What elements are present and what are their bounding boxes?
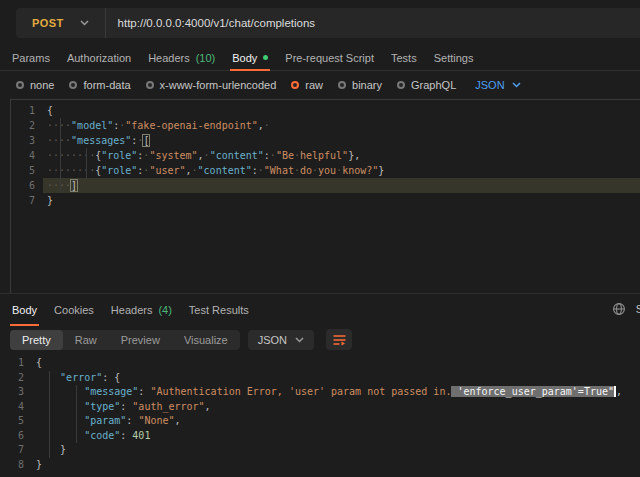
response-toolbar: Pretty Raw Preview Visualize JSON <box>0 325 640 354</box>
line-number: 4 <box>11 148 47 163</box>
view-mode-segmented-control: Pretty Raw Preview Visualize <box>10 330 240 350</box>
tab-tests[interactable]: Tests <box>389 45 419 70</box>
line-number: 1 <box>11 103 47 118</box>
headers-count: (10) <box>196 52 216 64</box>
line-number: 4 <box>0 400 36 415</box>
code-line[interactable]: 7} <box>11 193 640 208</box>
radio-icon <box>146 81 154 89</box>
code-line[interactable]: 5 "param": "None", <box>0 414 640 429</box>
line-number: 6 <box>11 178 47 193</box>
view-raw-button[interactable]: Raw <box>63 330 109 350</box>
body-type-form-data[interactable]: form-data <box>69 79 130 91</box>
chevron-down-icon <box>80 20 89 26</box>
status-label-clipped: S <box>636 303 640 315</box>
line-number: 2 <box>0 371 36 386</box>
body-modified-dot-icon <box>263 55 268 60</box>
radio-icon <box>69 81 77 89</box>
body-type-raw[interactable]: raw <box>291 79 323 91</box>
code-line[interactable]: 3····"messages":·[ <box>11 133 640 148</box>
request-url-row: POST http://0.0.0.0:4000/v1/chat/complet… <box>0 0 640 45</box>
active-tab-underline <box>10 324 39 326</box>
response-language-select[interactable]: JSON <box>248 330 314 350</box>
code-line[interactable]: 2 "error": { <box>0 371 640 386</box>
wrap-lines-icon <box>332 333 347 346</box>
view-visualize-button[interactable]: Visualize <box>172 330 240 350</box>
code-line[interactable]: 8} <box>0 458 640 473</box>
chevron-down-icon <box>295 337 304 343</box>
raw-language-select[interactable]: JSON <box>475 79 520 91</box>
response-tab-body[interactable]: Body <box>10 294 39 325</box>
line-number: 5 <box>11 163 47 178</box>
tab-pre-request-script[interactable]: Pre-request Script <box>283 45 376 70</box>
response-body-editor[interactable]: 1{2 "error": {3 "message": "Authenticati… <box>0 354 640 477</box>
line-number: 2 <box>11 118 47 133</box>
line-number: 3 <box>0 385 36 400</box>
response-section: Body Cookies Headers(4) Test Results S P… <box>0 293 640 477</box>
tab-params[interactable]: Params <box>10 45 52 70</box>
line-number: 5 <box>0 414 36 429</box>
line-number: 6 <box>0 429 36 444</box>
method-label: POST <box>32 17 64 29</box>
body-type-binary[interactable]: binary <box>338 79 382 91</box>
response-tab-cookies[interactable]: Cookies <box>52 294 96 325</box>
method-select[interactable]: POST <box>16 17 105 29</box>
tab-authorization[interactable]: Authorization <box>65 45 133 70</box>
radio-icon <box>16 81 24 89</box>
line-number: 1 <box>0 356 36 371</box>
code-line[interactable]: 4········{"role":·"system",·"content":·"… <box>11 148 640 163</box>
request-body-editor[interactable]: 1{2····"model":·"fake-openai-endpoint",·… <box>10 99 640 293</box>
active-tab-underline <box>230 69 270 71</box>
body-type-graphql[interactable]: GraphQL <box>397 79 456 91</box>
body-type-none[interactable]: none <box>16 79 54 91</box>
code-line[interactable]: 6 "code": 401 <box>0 429 640 444</box>
radio-selected-icon <box>291 81 299 89</box>
code-line[interactable]: 1{ <box>0 356 640 371</box>
code-line[interactable]: 3 "message": "Authentication Error, 'use… <box>0 385 640 400</box>
url-bar: POST http://0.0.0.0:4000/v1/chat/complet… <box>16 8 640 38</box>
code-line[interactable]: 2····"model":·"fake-openai-endpoint",· <box>11 118 640 133</box>
response-tabs: Body Cookies Headers(4) Test Results S <box>0 294 640 325</box>
indent-guide <box>86 148 87 178</box>
radio-icon <box>397 81 405 89</box>
tab-headers[interactable]: Headers(10) <box>146 45 217 70</box>
tab-body[interactable]: Body <box>230 45 270 70</box>
line-number: 3 <box>11 133 47 148</box>
view-preview-button[interactable]: Preview <box>109 330 172 350</box>
globe-icon[interactable] <box>612 302 626 320</box>
body-type-x-www-form-urlencoded[interactable]: x-www-form-urlencoded <box>146 79 277 91</box>
line-number: 7 <box>0 443 36 458</box>
radio-icon <box>338 81 346 89</box>
wrap-lines-button[interactable] <box>326 329 352 350</box>
postman-window: { "colors": { "accent_orange": "#ff6c37"… <box>0 0 640 477</box>
chevron-down-icon <box>512 82 521 88</box>
code-line[interactable]: 4 "type": "auth_error", <box>0 400 640 415</box>
indent-guide <box>76 385 77 443</box>
request-tabs: Params Authorization Headers(10) Body Pr… <box>0 45 640 71</box>
code-line[interactable]: 5········{"role":·"user",·"content":·"Wh… <box>11 163 640 178</box>
code-line[interactable]: 1{ <box>11 103 640 118</box>
code-line[interactable]: 6····] <box>11 178 640 193</box>
url-input[interactable]: http://0.0.0.0:4000/v1/chat/completions <box>106 17 316 29</box>
response-tab-headers[interactable]: Headers(4) <box>109 294 174 325</box>
line-number: 8 <box>0 458 36 473</box>
view-pretty-button[interactable]: Pretty <box>10 330 63 350</box>
indent-guide <box>49 371 50 458</box>
line-number: 7 <box>11 193 47 208</box>
code-line[interactable]: 7 } <box>0 443 640 458</box>
response-headers-count: (4) <box>158 304 171 316</box>
body-type-row: none form-data x-www-form-urlencoded raw… <box>0 71 640 99</box>
tab-settings[interactable]: Settings <box>432 45 476 70</box>
response-tab-test-results[interactable]: Test Results <box>187 294 251 325</box>
indent-guide <box>60 118 61 193</box>
